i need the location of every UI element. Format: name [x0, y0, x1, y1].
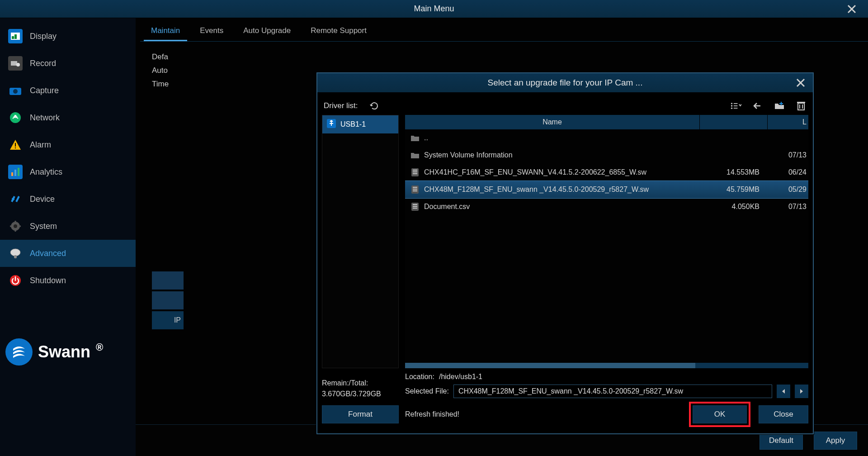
tab-remote-support[interactable]: Remote Support	[303, 22, 374, 41]
form-label: Defa	[152, 52, 188, 62]
driver-list-label: Driver list:	[324, 101, 358, 110]
sidebar-item-advanced[interactable]: Advanced	[0, 240, 136, 267]
next-file-button[interactable]	[795, 385, 808, 398]
svg-point-13	[12, 198, 14, 200]
sidebar-item-label: System	[30, 222, 57, 231]
svg-rect-39	[413, 171, 417, 172]
file-name: CHX41HC_F16M_SF_ENU_SWANN_V4.41.5.2-2006…	[424, 168, 646, 176]
stub-label: IP	[152, 311, 184, 329]
window-close-button[interactable]	[844, 2, 859, 16]
delete-icon[interactable]	[796, 100, 807, 111]
sidebar-item-system[interactable]: System	[0, 213, 136, 240]
sidebar-item-shutdown[interactable]: Shutdown	[0, 267, 136, 294]
alarm-icon	[8, 138, 23, 152]
stub-panel: IP	[152, 271, 184, 331]
file-size: 14.553MB	[700, 168, 768, 176]
svg-rect-2	[14, 34, 17, 39]
sidebar-item-alarm[interactable]: Alarm	[0, 131, 136, 158]
window-title: Main Menu	[414, 4, 454, 14]
format-button[interactable]: Format	[322, 405, 399, 423]
usb-icon	[327, 119, 336, 130]
modal-close-button[interactable]	[793, 75, 808, 90]
sidebar-item-network[interactable]: Network	[0, 104, 136, 131]
file-icon	[410, 168, 420, 177]
svg-rect-3	[11, 61, 17, 66]
brand-text: Swann	[38, 342, 90, 361]
file-row[interactable]: CHX48M_F128M_SF_ENU_swann _V14.45.5.0-20…	[405, 181, 808, 198]
selected-file-input[interactable]	[453, 385, 772, 398]
scrollbar-thumb[interactable]	[405, 363, 695, 368]
svg-rect-47	[413, 206, 417, 207]
horizontal-scrollbar[interactable]	[405, 363, 808, 368]
col-date[interactable]: L	[768, 115, 808, 129]
folder-icon	[410, 151, 420, 160]
sidebar-item-label: Device	[30, 195, 55, 204]
svg-point-4	[16, 63, 20, 66]
svg-rect-9	[15, 147, 16, 148]
form-label: Auto	[152, 66, 188, 75]
status-text: Refresh finished!	[405, 410, 459, 418]
svg-point-15	[14, 224, 17, 228]
file-name: CHX48M_F128M_SF_ENU_swann _V14.45.5.0-20…	[424, 185, 649, 194]
sidebar-item-record[interactable]: Record	[0, 50, 136, 77]
drive-item-usb[interactable]: USB1-1	[322, 115, 398, 133]
refresh-icon[interactable]	[369, 100, 380, 111]
svg-rect-12	[18, 168, 19, 176]
file-row[interactable]: ..	[405, 129, 808, 147]
sidebar-item-label: Alarm	[30, 140, 51, 150]
stub-row	[152, 271, 184, 290]
apply-button[interactable]: Apply	[814, 432, 857, 450]
file-picker-modal: Select an upgrade file for your IP Cam .…	[316, 72, 814, 434]
ok-button[interactable]: OK	[693, 405, 747, 423]
selected-file-label: Selected File:	[405, 387, 449, 395]
svg-rect-43	[413, 189, 417, 190]
col-size[interactable]	[700, 115, 768, 129]
file-row[interactable]: CHX41HC_F16M_SF_ENU_SWANN_V4.41.5.2-2006…	[405, 164, 808, 181]
drive-list: USB1-1	[322, 115, 399, 368]
sidebar-item-analytics[interactable]: Analytics	[0, 158, 136, 185]
file-name: Document.csv	[424, 203, 470, 211]
stub-row	[152, 291, 184, 309]
analytics-icon	[8, 165, 23, 179]
view-list-icon[interactable]	[731, 100, 741, 111]
svg-rect-48	[413, 208, 417, 209]
network-icon	[8, 110, 23, 125]
back-icon[interactable]	[752, 100, 763, 111]
svg-rect-46	[413, 204, 417, 205]
tab-maintain[interactable]: Maintain	[144, 22, 187, 41]
sidebar-item-display[interactable]: Display	[0, 23, 136, 50]
svg-rect-10	[11, 172, 13, 176]
col-name[interactable]: Name	[405, 115, 700, 129]
svg-rect-25	[734, 103, 738, 104]
sidebar-item-capture[interactable]: Capture	[0, 77, 136, 104]
file-date: 07/13	[768, 151, 808, 159]
svg-rect-33	[797, 102, 805, 103]
file-row[interactable]: System Volume Information07/13	[405, 147, 808, 164]
modal-toolbar: Driver list:	[322, 97, 808, 115]
svg-rect-27	[734, 105, 738, 106]
file-icon	[410, 185, 420, 194]
sidebar-item-label: Analytics	[30, 167, 62, 177]
svg-point-28	[731, 107, 732, 109]
record-icon	[8, 56, 23, 71]
location-label: Location:	[405, 373, 434, 381]
advanced-icon	[8, 246, 23, 261]
prev-file-button[interactable]	[777, 385, 790, 398]
tab-events[interactable]: Events	[193, 22, 231, 41]
file-row[interactable]: Document.csv4.050KB07/13	[405, 198, 808, 215]
svg-point-24	[731, 103, 732, 104]
folder-icon	[410, 133, 420, 142]
new-folder-icon[interactable]	[774, 100, 785, 111]
sidebar-item-label: Record	[30, 59, 56, 68]
tab-auto-upgrade[interactable]: Auto Upgrade	[236, 22, 298, 41]
sidebar-item-device[interactable]: Device	[0, 185, 136, 213]
svg-rect-31	[779, 103, 783, 104]
close-button[interactable]: Close	[759, 405, 808, 423]
modal-title-text: Select an upgrade file for your IP Cam .…	[488, 78, 643, 88]
system-icon	[8, 219, 23, 233]
display-icon	[8, 29, 23, 43]
file-date: 07/13	[768, 203, 808, 211]
form-label: Time	[152, 80, 188, 89]
svg-rect-42	[413, 187, 417, 188]
svg-rect-40	[413, 173, 417, 174]
